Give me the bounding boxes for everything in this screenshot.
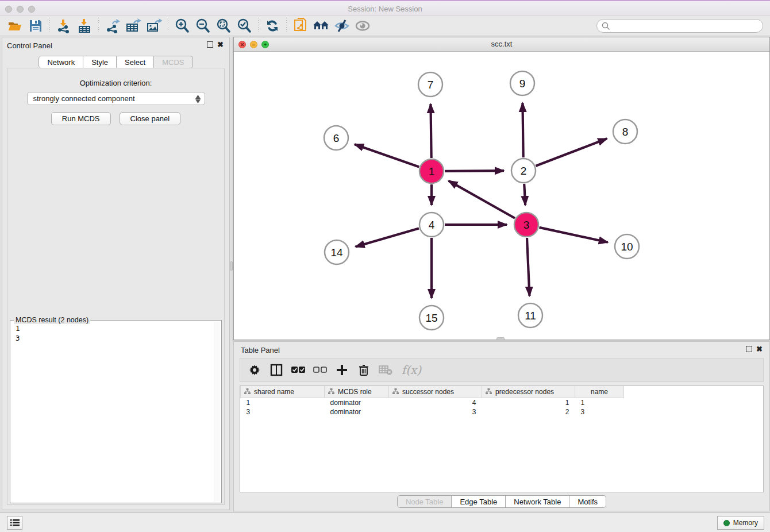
column-header-shared-name[interactable]: shared name	[241, 386, 325, 398]
control-panel-title: Control Panel	[7, 41, 52, 50]
edge-1-2[interactable]	[445, 171, 504, 171]
node-label-1: 1	[429, 165, 435, 178]
zoom-selected-button[interactable]	[234, 17, 255, 34]
table-cell[interactable]: 1	[575, 398, 624, 407]
edge-1-6[interactable]	[355, 144, 419, 167]
delete-table-button[interactable]	[376, 361, 395, 379]
zoom-in-button[interactable]	[172, 17, 192, 34]
tab-network[interactable]: Network	[38, 56, 83, 68]
close-table-panel-icon[interactable]: ✖	[756, 346, 763, 352]
column-header-predecessor-nodes[interactable]: predecessor nodes	[482, 386, 575, 398]
hide-details-button[interactable]	[332, 17, 352, 34]
export-image-icon	[146, 18, 162, 33]
tab-style[interactable]: Style	[83, 56, 117, 68]
mcds-result-box: MCDS result (2 nodes) 1 3	[10, 320, 222, 503]
run-mcds-button[interactable]: Run MCDS	[51, 112, 111, 125]
table-cell[interactable]: dominator	[325, 407, 389, 417]
open-session-button[interactable]	[5, 17, 25, 34]
edge-1-7[interactable]	[430, 104, 431, 158]
network-canvas[interactable]: 7968124314101511	[234, 52, 769, 340]
node-table: shared nameMCDS rolesuccessor nodesprede…	[240, 385, 764, 492]
edge-3-11[interactable]	[527, 238, 529, 296]
close-panel-icon[interactable]: ✖	[217, 41, 224, 48]
memory-status-icon	[723, 520, 730, 526]
select-all-columns-button[interactable]	[288, 361, 308, 379]
hierarchy-icon	[328, 388, 334, 395]
import-network-button[interactable]	[53, 17, 74, 34]
table-cell[interactable]: 4	[389, 398, 482, 407]
optimization-criterion-dropdown[interactable]: strongly connected component	[27, 92, 205, 105]
function-builder-button[interactable]: f(x)	[398, 361, 425, 379]
search-input[interactable]	[610, 20, 763, 32]
column-header-name[interactable]: name	[575, 386, 624, 398]
table-cell[interactable]: 3	[241, 407, 325, 417]
plus-icon	[336, 364, 348, 376]
export-network-button[interactable]	[102, 17, 123, 34]
toolbar-separator	[286, 18, 287, 34]
network-window-titlebar[interactable]: ✕ − + scc.txt	[234, 37, 769, 52]
table-panel: Table Panel ✖	[233, 341, 770, 511]
tab-edge-table[interactable]: Edge Table	[452, 495, 506, 508]
horizontal-splitter-handle[interactable]	[496, 337, 505, 340]
edge-3-1[interactable]	[449, 181, 515, 218]
float-table-panel-icon[interactable]	[746, 346, 752, 352]
table-row[interactable]: 3dominator323	[241, 407, 624, 417]
columns-icon	[270, 364, 283, 376]
zoom-out-button[interactable]	[192, 17, 213, 34]
hierarchy-icon	[486, 388, 492, 395]
network-graph[interactable]: 7968124314101511	[234, 52, 769, 340]
zoom-fit-button[interactable]	[213, 17, 234, 34]
create-column-button[interactable]	[332, 361, 352, 379]
edge-3-10[interactable]	[539, 228, 607, 242]
clone-network-icon	[292, 18, 309, 34]
result-scrollbar[interactable]	[214, 322, 220, 502]
table-row[interactable]: 1dominator411	[241, 398, 624, 407]
toolbar-separator	[168, 18, 168, 34]
show-details-button[interactable]	[352, 17, 373, 34]
search-field[interactable]	[596, 19, 763, 33]
delete-column-button[interactable]	[354, 361, 374, 379]
task-history-button[interactable]	[7, 516, 22, 530]
export-image-button[interactable]	[144, 17, 164, 34]
tab-mcds[interactable]: MCDS	[154, 56, 192, 68]
table-cell[interactable]: 1	[482, 398, 575, 407]
table-settings-button[interactable]	[245, 361, 264, 379]
table-cell[interactable]: 1	[241, 398, 325, 407]
deselect-all-columns-button[interactable]	[310, 361, 330, 379]
toolbar-separator	[98, 18, 99, 34]
import-table-button[interactable]	[74, 17, 95, 34]
edge-4-14[interactable]	[356, 228, 419, 246]
node-label-10: 10	[621, 241, 633, 253]
edge-2-3[interactable]	[524, 184, 525, 205]
show-column-panel-button[interactable]	[267, 361, 286, 379]
tab-select[interactable]: Select	[117, 56, 154, 68]
refresh-button[interactable]	[262, 17, 283, 34]
tab-motifs[interactable]: Motifs	[569, 495, 606, 508]
mcds-result-text[interactable]: 1 3	[11, 321, 213, 502]
edge-2-8[interactable]	[536, 138, 607, 166]
column-header-MCDS-role[interactable]: MCDS role	[325, 386, 389, 398]
table-cell[interactable]: dominator	[325, 398, 389, 407]
refresh-icon	[265, 18, 280, 33]
export-table-button[interactable]	[123, 17, 144, 34]
save-session-button[interactable]	[25, 17, 46, 34]
vertical-splitter-handle[interactable]	[230, 261, 233, 271]
zoom-fit-icon	[216, 18, 231, 33]
edge-2-9[interactable]	[522, 103, 523, 157]
toolbar-separator	[49, 18, 50, 34]
close-panel-button[interactable]: Close panel	[120, 112, 181, 125]
clone-network-button[interactable]	[290, 17, 311, 34]
table-cell[interactable]: 3	[389, 407, 482, 417]
memory-button[interactable]: Memory	[717, 516, 764, 530]
toolbar-separator	[258, 18, 259, 34]
tab-network-table[interactable]: Network Table	[506, 495, 569, 508]
table-cell[interactable]: 3	[575, 407, 624, 417]
table-cell[interactable]: 2	[482, 407, 575, 417]
control-panel: Control Panel ✖ NetworkStyleSelectMCDS O…	[2, 37, 230, 510]
node-label-14: 14	[330, 246, 343, 259]
float-panel-icon[interactable]	[207, 41, 213, 48]
tab-node-table[interactable]: Node Table	[397, 495, 452, 508]
hierarchy-icon	[244, 388, 251, 395]
home-button[interactable]	[311, 17, 332, 34]
column-header-successor-nodes[interactable]: successor nodes	[389, 386, 482, 398]
